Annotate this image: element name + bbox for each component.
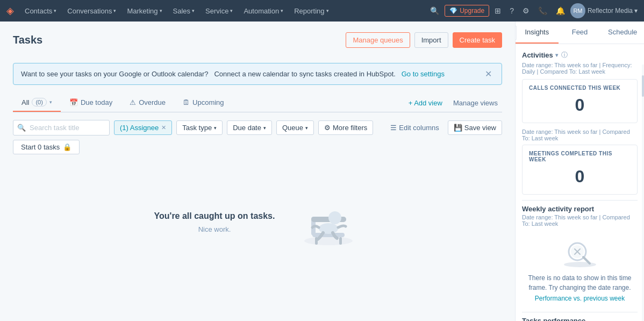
panel-tab-insights[interactable]: Insights (516, 22, 559, 44)
empty-state: You're all caught up on tasks. Nice work… (13, 163, 502, 281)
panel-tabs: Insights Feed Schedule (516, 22, 644, 44)
meetings-metric-title: MEETINGS COMPLETED THIS WEEK (529, 151, 631, 162)
search-button[interactable]: 🔍 (427, 4, 442, 17)
separator2 (522, 312, 638, 312)
activities-date-range: Date range: This week so far | Frequency… (522, 62, 638, 75)
columns-icon: ☰ (390, 124, 397, 132)
upgrade-gem-icon: 💎 (449, 7, 457, 15)
banner-text: Want to see your tasks on your Google or… (21, 70, 483, 78)
nav-reporting[interactable]: Reporting ▾ (290, 5, 333, 17)
separator (522, 200, 638, 201)
edit-columns-button[interactable]: ☰ Edit columns (386, 121, 443, 134)
empty-state-illustration (296, 195, 361, 249)
reporting-chevron-icon: ▾ (326, 8, 329, 13)
task-type-chevron-icon: ▾ (214, 125, 217, 131)
save-icon: 💾 (454, 124, 462, 132)
top-navigation: ◈ Contacts ▾ Conversations ▾ Marketing ▾… (0, 0, 644, 22)
performance-link[interactable]: Performance vs. previous week (535, 295, 625, 302)
manage-views-button[interactable]: Manage views (449, 95, 502, 111)
queue-chevron-icon: ▾ (305, 125, 308, 131)
panel-tab-feed[interactable]: Feed (559, 22, 602, 44)
scrollbar-track (642, 65, 644, 321)
nav-marketing[interactable]: Marketing ▾ (123, 5, 166, 17)
add-view-button[interactable]: + Add view (402, 95, 449, 111)
calls-date-range: Date range: This week so far | Compared … (522, 129, 638, 141)
svg-point-8 (564, 262, 596, 267)
meetings-metric-card: MEETINGS COMPLETED THIS WEEK 0 (522, 145, 638, 195)
weekly-report-no-data: There is no data to show in this time fr… (522, 231, 638, 308)
hubspot-logo[interactable]: ◈ (6, 5, 14, 17)
nav-automation[interactable]: Automation ▾ (239, 5, 288, 17)
banner-close-button[interactable]: ✕ (483, 69, 494, 79)
nav-conversations[interactable]: Conversations ▾ (63, 5, 120, 17)
help-icon[interactable]: ? (506, 4, 517, 17)
filter-icon: ⚙ (324, 124, 331, 132)
search-box: 🔍 (13, 120, 110, 135)
calls-metric-title: CALLS CONNECTED THIS WEEK (529, 85, 631, 91)
due-date-filter[interactable]: Due date ▾ (227, 120, 272, 135)
conversations-chevron-icon: ▾ (113, 8, 116, 13)
panel-content: Activities ▾ ⓘ Date range: This week so … (516, 44, 644, 321)
create-task-button[interactable]: Create task (453, 32, 502, 48)
activities-dropdown[interactable]: Activities ▾ (522, 51, 558, 59)
start-tasks-button[interactable]: Start 0 tasks 🔒 (13, 140, 80, 154)
assignee-filter[interactable]: (1) Assignee ✕ (114, 120, 172, 135)
empty-state-text: You're all caught up on tasks. Nice work… (154, 211, 275, 233)
svg-point-7 (328, 211, 341, 224)
filter-bar: 🔍 (1) Assignee ✕ Task type ▾ Due date ▾ … (13, 120, 502, 154)
contacts-chevron-icon: ▾ (54, 8, 56, 13)
scrollbar-thumb[interactable] (642, 75, 644, 97)
activities-chevron-icon: ▾ (555, 52, 558, 58)
no-data-text: There is no data to show in this time fr… (522, 273, 638, 293)
nav-service[interactable]: Service ▾ (201, 5, 237, 17)
panel-collapse-button[interactable]: «» (515, 26, 517, 40)
tasks-performance-title: Tasks performance (522, 317, 638, 321)
svg-rect-3 (339, 237, 342, 245)
service-chevron-icon: ▾ (230, 8, 233, 13)
import-button[interactable]: Import (414, 32, 448, 48)
lock-icon: 🔒 (63, 143, 71, 151)
notifications-icon[interactable]: 🔔 (553, 4, 568, 17)
avatar[interactable]: RM (570, 3, 585, 18)
phone-icon[interactable]: 📞 (535, 4, 550, 17)
calls-metric-card: CALLS CONNECTED THIS WEEK 0 (522, 79, 638, 123)
automation-chevron-icon: ▾ (281, 8, 283, 13)
search-icon: 🔍 (17, 124, 26, 132)
assignee-filter-remove-icon[interactable]: ✕ (161, 124, 166, 131)
tab-all[interactable]: All (0) ▾ (13, 94, 61, 112)
manage-queues-button[interactable]: Manage queues (346, 32, 410, 48)
save-view-button[interactable]: 💾 Save view (448, 120, 502, 135)
search-input[interactable] (13, 120, 110, 135)
task-type-filter[interactable]: Task type ▾ (176, 120, 223, 135)
more-filters-button[interactable]: ⚙ More filters (318, 120, 373, 135)
nav-contacts[interactable]: Contacts ▾ (20, 5, 61, 17)
tab-due-today[interactable]: 📅 Due today (61, 94, 121, 112)
svg-point-0 (304, 237, 353, 245)
queue-filter[interactable]: Queue ▾ (276, 120, 314, 135)
empty-state-heading: You're all caught up on tasks. (154, 211, 275, 221)
user-name[interactable]: Reflector Media ▾ (588, 7, 638, 15)
weekly-report-sub: Date range: This week so far | Compared … (522, 214, 638, 227)
due-date-chevron-icon: ▾ (263, 125, 266, 131)
upgrade-button[interactable]: 💎 Upgrade (445, 5, 489, 17)
panel-tab-schedule[interactable]: Schedule (601, 22, 644, 44)
activities-info-icon[interactable]: ⓘ (561, 51, 568, 60)
settings-icon[interactable]: ⚙ (519, 4, 533, 17)
upcoming-icon: 🗓 (183, 98, 190, 106)
activities-header: Activities ▾ ⓘ (522, 51, 638, 60)
view-tabs: All (0) ▾ 📅 Due today ⚠ Overdue 🗓 Upcomi… (13, 94, 502, 112)
user-chevron-icon: ▾ (634, 7, 638, 15)
weekly-report-title: Weekly activity report (522, 205, 638, 213)
page-header-row: Tasks Manage queues Import Create task (13, 32, 502, 56)
empty-state-content: You're all caught up on tasks. Nice work… (154, 195, 361, 249)
tab-all-count: (0) (32, 98, 46, 106)
marketing-chevron-icon: ▾ (160, 8, 162, 13)
tab-overdue[interactable]: ⚠ Overdue (121, 94, 174, 112)
nav-sales[interactable]: Sales ▾ (169, 5, 199, 17)
banner-settings-link[interactable]: Go to settings (402, 70, 445, 78)
marketplace-icon[interactable]: ⊞ (491, 4, 504, 17)
empty-state-subtext: Nice work. (154, 225, 275, 233)
left-content: Tasks Manage queues Import Create task W… (0, 22, 515, 321)
calendar-banner: Want to see your tasks on your Google or… (13, 63, 502, 85)
tab-upcoming[interactable]: 🗓 Upcoming (174, 94, 233, 112)
